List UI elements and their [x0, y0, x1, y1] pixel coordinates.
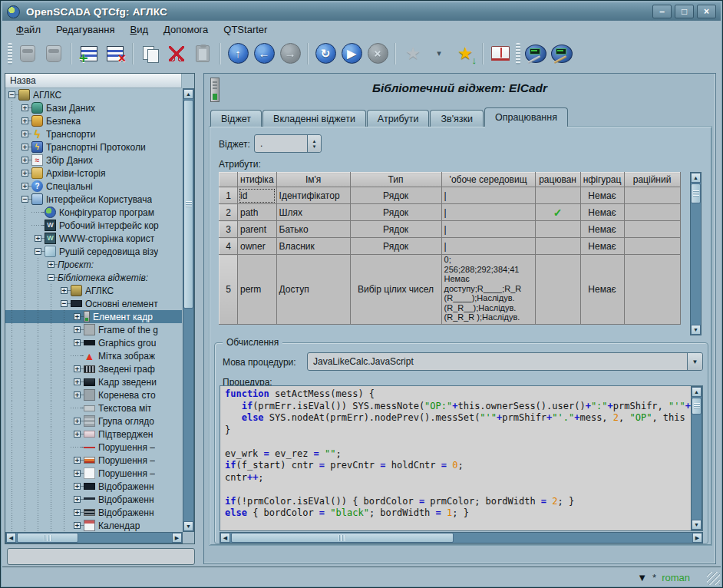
up-button[interactable]: ↑: [225, 41, 251, 67]
attr-cell-config[interactable]: Немає: [580, 204, 624, 221]
scroll-down-icon[interactable]: [183, 521, 193, 531]
code-vertical-scrollbar[interactable]: [691, 386, 702, 530]
tree-item-коренева-сто[interactable]: +Коренева сто: [5, 388, 182, 401]
procedure-language-combo[interactable]: JavaLikeCalc.JavaScript: [307, 352, 703, 371]
attr-cell-name[interactable]: Шлях: [276, 204, 350, 221]
tray-collapse-icon[interactable]: ▼: [637, 572, 647, 583]
attr-cell-type[interactable]: Вибір цілих чисел: [350, 255, 441, 325]
attr-cell-processing[interactable]: [535, 238, 580, 255]
row-number[interactable]: 1: [220, 187, 238, 204]
tree-hscrollbar-handle[interactable]: [17, 533, 78, 543]
tree-expander-collapsed-icon[interactable]: +: [18, 167, 31, 180]
row-number[interactable]: 5: [220, 255, 238, 325]
tree-item-транспорти[interactable]: +ϟТранспорти: [5, 127, 182, 140]
attr-cell-config-value[interactable]: [624, 255, 680, 325]
menu-item-2[interactable]: Вид: [122, 22, 156, 37]
tree-expander-expanded-icon[interactable]: −: [5, 88, 18, 101]
table-scrollbar-handle[interactable]: [691, 183, 701, 203]
code-hscrollbar-handle[interactable]: [231, 533, 454, 543]
tab-4[interactable]: Опрацювання: [484, 107, 568, 127]
tab-0[interactable]: Віджет: [210, 110, 262, 127]
tree-item-порушення-[interactable]: +Порушення –: [5, 454, 182, 467]
tree-item-спеціальні[interactable]: +?Спеціальні: [5, 180, 182, 193]
tree-expander-expanded-icon[interactable]: −: [58, 297, 71, 310]
widget-combo[interactable]: . ▲▼: [254, 134, 322, 153]
tree-expander-collapsed-icon[interactable]: +: [71, 362, 84, 375]
tree-expander-collapsed-icon[interactable]: +: [71, 493, 84, 506]
tree-header-name[interactable]: Назва: [5, 74, 182, 88]
tree-item-група-оглядо[interactable]: +Група оглядо: [5, 415, 182, 428]
attr-cell-processing[interactable]: [535, 187, 580, 204]
tree-item-робочий-інтерфейс-кор[interactable]: WРобочий інтерфейс кор: [5, 219, 182, 232]
attr-cell-processing[interactable]: ✓: [535, 204, 580, 221]
tree-item-відображенн[interactable]: +Відображенн: [5, 480, 182, 493]
tree-status-line-edit[interactable]: [7, 548, 195, 565]
attr-cell-id[interactable]: owner: [238, 238, 277, 255]
tree-item-текстова-міт[interactable]: Текстова міт: [5, 401, 182, 415]
tree-expander-collapsed-icon[interactable]: +: [18, 180, 31, 193]
row-number[interactable]: 4: [220, 238, 238, 255]
attr-cell-type[interactable]: Рядок: [350, 204, 441, 221]
tree-item-бібліотека-віджетів-[interactable]: −Бібліотека віджетів:: [5, 271, 182, 284]
tree-item-підтверджен[interactable]: +Підтверджен: [5, 428, 182, 441]
back-button[interactable]: ←: [251, 41, 277, 67]
tree-vertical-scrollbar[interactable]: [183, 88, 194, 532]
tree-item-frame-of-the-g[interactable]: +Frame of the g: [5, 323, 182, 336]
attr-cell-workarea[interactable]: |: [441, 187, 535, 204]
tree-item-архіви-історія[interactable]: +Архіви-Історія: [5, 167, 182, 180]
tree-item-відображенн[interactable]: +Відображенн: [5, 506, 182, 519]
qtstarter-config-button[interactable]: [549, 41, 575, 67]
attr-cell-name[interactable]: Власник: [276, 238, 350, 255]
menu-item-4[interactable]: QTStarter: [216, 22, 275, 37]
start-button[interactable]: ▶: [338, 41, 365, 67]
attr-cell-config[interactable]: Немає: [580, 221, 624, 238]
tree-scrollbar-handle[interactable]: [183, 100, 193, 309]
attr-cell-id[interactable]: id: [238, 187, 277, 204]
tree-item-бази-даних[interactable]: +Бази Даних: [5, 101, 182, 114]
menu-item-0[interactable]: Файл: [8, 22, 48, 37]
maximize-button[interactable]: □: [675, 5, 694, 18]
scroll-down-icon[interactable]: [692, 520, 702, 530]
attr-cell-type[interactable]: Рядок: [350, 187, 441, 204]
tree-item-транспортні-протоколи[interactable]: +ϟТранспортні Протоколи: [5, 140, 182, 154]
attr-cell-workarea[interactable]: |: [441, 238, 535, 255]
attr-cell-workarea[interactable]: |: [441, 204, 535, 221]
scroll-left-icon[interactable]: [220, 533, 230, 543]
tree-expander-collapsed-icon[interactable]: +: [31, 232, 45, 245]
tree-expander-collapsed-icon[interactable]: +: [18, 127, 31, 140]
tree-expander-collapsed-icon[interactable]: +: [71, 480, 84, 493]
attr-cell-config-value[interactable]: [624, 221, 680, 238]
procedure-code-text[interactable]: function setActMess(mess) { if(prmErr.is…: [225, 388, 688, 530]
tree-item-інтерфейси-користувача[interactable]: −Інтерфейси Користувача: [5, 193, 182, 206]
cut-button[interactable]: [163, 41, 190, 67]
attr-cell-config-value[interactable]: [624, 204, 680, 221]
scroll-up-icon[interactable]: [692, 387, 702, 397]
attr-cell-config-value[interactable]: [624, 187, 680, 204]
tree-item-www-сторінка-корист[interactable]: +WWWW-сторінка корист: [5, 232, 182, 245]
favorite-dropdown[interactable]: ▾: [426, 41, 452, 67]
scroll-right-icon[interactable]: [692, 533, 702, 543]
tree-item-порушення-[interactable]: +Порушення –: [5, 467, 182, 480]
tree-item-безпека[interactable]: +Безпека: [5, 114, 182, 127]
attr-cell-name[interactable]: Доступ: [276, 255, 350, 325]
minimize-button[interactable]: –: [652, 5, 672, 18]
attr-cell-id[interactable]: perm: [238, 255, 277, 325]
tree-item-елемент-кадр[interactable]: +Елемент кадр: [5, 310, 182, 323]
scroll-down-icon[interactable]: [691, 325, 701, 335]
row-number[interactable]: 2: [220, 204, 238, 221]
tree-item-рушій-середовища-візу[interactable]: −Рушій середовища візу: [5, 245, 182, 258]
attr-cell-config[interactable]: Немає: [580, 255, 624, 325]
refresh-button[interactable]: ↻: [312, 41, 338, 67]
tree-expander-collapsed-icon[interactable]: +: [58, 284, 71, 297]
tree-expander-collapsed-icon[interactable]: +: [71, 428, 84, 441]
scroll-up-icon[interactable]: [183, 89, 193, 99]
attr-cell-name[interactable]: Батько: [276, 221, 350, 238]
menu-item-1[interactable]: Редагування: [48, 22, 123, 37]
tree-item-збір-даних[interactable]: +≈Збір Даних: [5, 154, 182, 167]
attr-column-header-4[interactable]: 'обоче середовищ: [441, 173, 535, 187]
tree-expander-collapsed-icon[interactable]: +: [71, 519, 84, 532]
attr-column-header-2[interactable]: Ім'я: [276, 173, 350, 187]
attr-cell-id[interactable]: path: [238, 204, 277, 221]
attr-column-header-7[interactable]: раційний: [624, 173, 680, 187]
scroll-right-icon[interactable]: [172, 533, 182, 543]
